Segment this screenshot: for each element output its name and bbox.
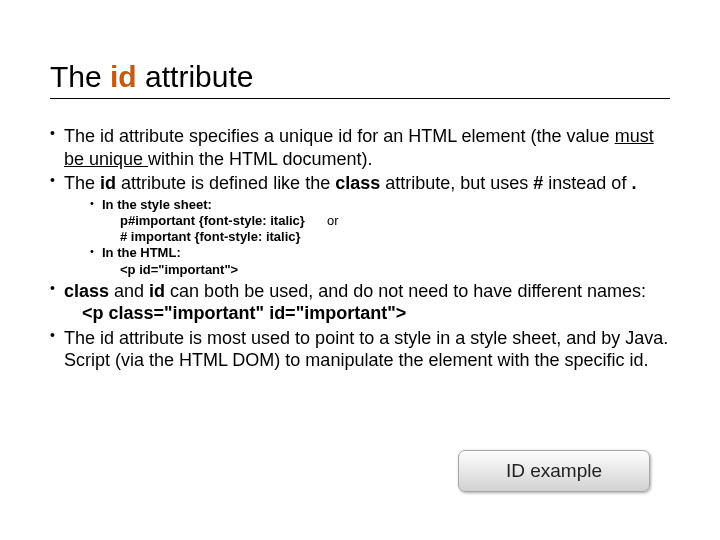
code-line-3: <p id="important">: [102, 262, 670, 278]
bullet-2-e: attribute, but uses: [385, 173, 533, 193]
bullet-3-rest: can both be used, and do not need to hav…: [170, 281, 646, 301]
bullet-3: class and id can both be used, and do no…: [50, 280, 670, 325]
bullet-2-class: class: [335, 173, 385, 193]
bullet-3-and: and: [114, 281, 149, 301]
bullet-1-text-a: The id attribute specifies a unique id f…: [64, 126, 615, 146]
sub-bullet-2: In the HTML: <p id="important">: [90, 245, 670, 278]
bullet-2-g: instead of: [548, 173, 631, 193]
sub2-label: In the HTML:: [102, 245, 181, 260]
title-id-word: id: [110, 60, 137, 93]
bullet-1: The id attribute specifies a unique id f…: [50, 125, 670, 170]
sub-list: In the style sheet: p#important {font-st…: [90, 197, 670, 278]
bullet-2-a: The: [64, 173, 100, 193]
bullet-2: The id attribute is defined like the cla…: [50, 172, 670, 278]
bullet-1-text-c: within the HTML document).: [148, 149, 372, 169]
sub-bullet-1: In the style sheet: p#important {font-st…: [90, 197, 670, 246]
bullet-2-c: attribute is defined like the: [121, 173, 335, 193]
code-line-2: # important {font-style: italic}: [102, 229, 670, 245]
bullet-4: The id attribute is most used to point t…: [50, 327, 670, 372]
or-text: or: [327, 213, 339, 229]
bullet-3-class: class: [64, 281, 114, 301]
title-suffix: attribute: [137, 60, 254, 93]
bullet-list: The id attribute specifies a unique id f…: [50, 125, 670, 372]
bullet-4-text: The id attribute is most used to point t…: [64, 328, 668, 371]
code-line-4: <p class="important" id="important">: [64, 302, 670, 325]
bullet-2-id: id: [100, 173, 121, 193]
slide: The id attribute The id attribute specif…: [0, 0, 720, 540]
title-prefix: The: [50, 60, 110, 93]
button-label: ID example: [506, 460, 602, 482]
bullet-2-hash: #: [533, 173, 548, 193]
code-line-1: p#important {font-style: italic}: [102, 213, 305, 229]
slide-title: The id attribute: [50, 60, 670, 99]
sub1-label: In the style sheet:: [102, 197, 212, 212]
bullet-3-id: id: [149, 281, 170, 301]
id-example-button[interactable]: ID example: [458, 450, 650, 492]
bullet-2-dot: .: [631, 173, 636, 193]
